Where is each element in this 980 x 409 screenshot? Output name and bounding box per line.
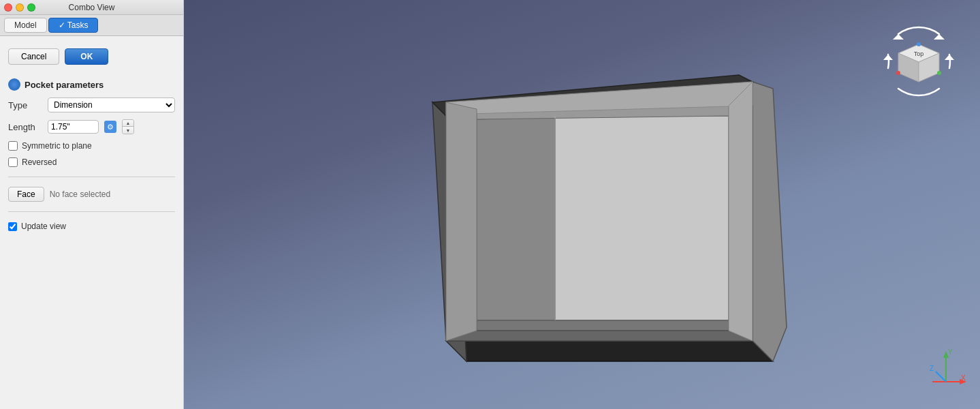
svg-text:Z: Z (930, 365, 934, 372)
divider (8, 177, 175, 177)
maximize-button[interactable] (27, 3, 35, 12)
action-buttons: Cancel OK (8, 44, 175, 69)
divider2 (8, 211, 175, 212)
update-view-label[interactable]: Update view (21, 222, 66, 231)
svg-marker-17 (945, 55, 954, 60)
svg-marker-2 (753, 82, 787, 361)
update-view-row: Update view (8, 222, 175, 231)
svg-marker-12 (729, 82, 753, 341)
spin-down[interactable]: ▼ (123, 127, 133, 134)
tab-model[interactable]: Model (4, 18, 47, 33)
svg-point-23 (896, 71, 900, 75)
section-header: Pocket parameters (8, 78, 175, 91)
svg-point-24 (937, 71, 941, 75)
svg-text:Y: Y (948, 348, 953, 356)
svg-marker-0 (446, 341, 773, 361)
length-label: Length (8, 122, 42, 132)
svg-text:Top: Top (914, 50, 924, 57)
left-panel: Combo View Model ✓ Tasks Cancel OK Pocke… (0, 0, 184, 409)
update-view-checkbox[interactable] (8, 222, 17, 231)
title-bar: Combo View (0, 0, 183, 15)
type-label: Type (8, 100, 42, 110)
svg-marker-14 (893, 34, 904, 40)
face-status: No face selected (50, 190, 110, 199)
svg-marker-11 (446, 102, 477, 341)
pocket-icon (8, 78, 20, 91)
type-row: Type Dimension Through All Symmetric To … (8, 97, 175, 112)
svg-point-22 (917, 42, 921, 46)
minimize-button[interactable] (16, 3, 24, 12)
svg-marker-15 (934, 34, 945, 40)
axis-indicator: Y X Z (926, 348, 966, 389)
window-title: Combo View (69, 3, 115, 12)
tab-bar: Model ✓ Tasks (0, 15, 183, 36)
svg-marker-16 (883, 55, 893, 60)
spin-up[interactable]: ▲ (123, 120, 133, 127)
type-select[interactable]: Dimension Through All Symmetric To First… (48, 97, 175, 112)
svg-marker-10 (446, 331, 753, 341)
length-row: Length ▲ ▼ (8, 119, 175, 134)
symmetric-checkbox[interactable] (8, 141, 18, 151)
svg-marker-5 (477, 116, 555, 320)
svg-line-31 (936, 372, 946, 382)
close-button[interactable] (4, 3, 12, 12)
reversed-label[interactable]: Reversed (22, 157, 57, 167)
nav-cube[interactable]: Top (878, 14, 960, 109)
reversed-row: Reversed (8, 157, 175, 167)
symmetric-label[interactable]: Symmetric to plane (22, 141, 92, 151)
ok-button[interactable]: OK (65, 48, 108, 65)
svg-marker-8 (477, 320, 729, 331)
svg-text:X: X (961, 374, 966, 382)
length-input[interactable] (48, 120, 99, 134)
symmetric-row: Symmetric to plane (8, 141, 175, 151)
reversed-checkbox[interactable] (8, 157, 18, 167)
traffic-lights (4, 3, 35, 12)
face-button[interactable]: Face (8, 187, 44, 202)
formula-button[interactable] (104, 121, 116, 133)
spin-buttons[interactable]: ▲ ▼ (122, 119, 134, 134)
model-container (344, 34, 821, 389)
section-title: Pocket parameters (25, 80, 104, 90)
tab-tasks[interactable]: ✓ Tasks (48, 18, 99, 33)
svg-marker-6 (555, 116, 729, 320)
cancel-button[interactable]: Cancel (8, 48, 59, 65)
panel-content: Cancel OK Pocket parameters Type Dimensi… (0, 36, 183, 409)
viewport[interactable]: Top Y X Z (184, 0, 980, 409)
face-row: Face No face selected (8, 187, 175, 202)
